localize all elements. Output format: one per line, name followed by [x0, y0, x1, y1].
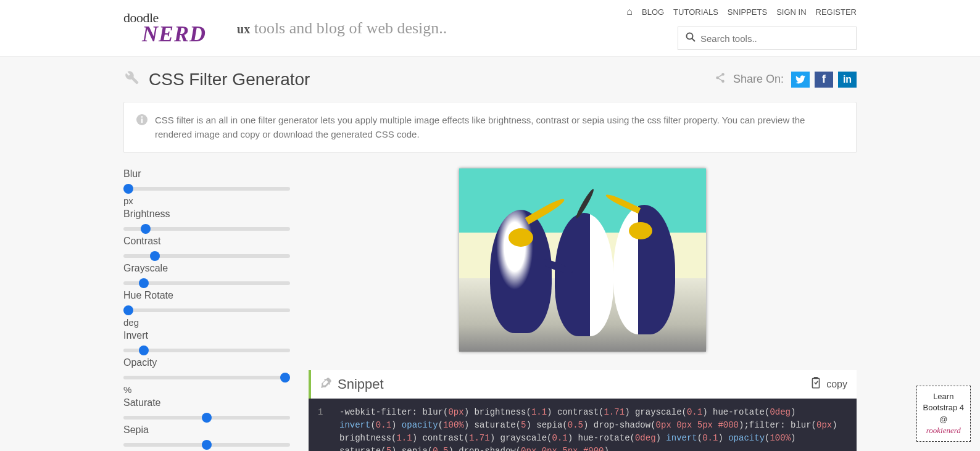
- promo-l2: Bootstrap 4: [923, 402, 965, 413]
- info-icon: [136, 114, 147, 141]
- saturate-slider[interactable]: [123, 416, 290, 420]
- svg-line-5: [717, 74, 723, 78]
- svg-line-1: [692, 39, 696, 42]
- tagline-prefix: ux: [237, 22, 250, 36]
- invert-slider[interactable]: [123, 349, 290, 352]
- ctrl-saturate: Saturate: [123, 397, 290, 423]
- dropper-icon: [320, 376, 331, 392]
- contrast-label: Contrast: [123, 236, 290, 247]
- snippet-title: Snippet: [338, 376, 384, 392]
- penguin-3: [613, 205, 675, 334]
- blur-unit: px: [123, 196, 290, 206]
- facebook-button[interactable]: f: [815, 72, 833, 88]
- tagline-rest: tools and blog of web design..: [250, 19, 447, 37]
- grayscale-label: Grayscale: [123, 263, 290, 274]
- wrench-icon: [123, 69, 139, 89]
- brightness-slider[interactable]: [123, 227, 290, 231]
- ctrl-contrast: Contrast: [123, 236, 290, 262]
- line-num: 1: [318, 406, 323, 419]
- nav-signin[interactable]: SIGN IN: [776, 7, 806, 17]
- page-title: CSS Filter Generator: [149, 70, 310, 89]
- penguin-1: [490, 210, 552, 333]
- header: doodle NERD ux tools and blog of web des…: [0, 0, 980, 57]
- opacity-slider[interactable]: [123, 376, 290, 379]
- twitter-button[interactable]: [791, 72, 810, 88]
- nav-blog[interactable]: BLOG: [642, 7, 664, 17]
- ctrl-grayscale: Grayscale: [123, 263, 290, 289]
- nav: ⌂ BLOG TUTORIALS SNIPPETS SIGN IN REGIST…: [626, 6, 857, 50]
- snippet-title-wrap: Snippet: [320, 376, 384, 392]
- share: Share On: f in: [715, 72, 857, 88]
- invert-label: Invert: [123, 330, 290, 341]
- ctrl-blur: Blur px: [123, 168, 290, 206]
- linkedin-button[interactable]: in: [838, 72, 857, 88]
- main: CSS Filter Generator Share On: f in CSS …: [0, 57, 980, 451]
- nav-tutorials[interactable]: TUTORIALS: [673, 7, 718, 17]
- ctrl-hue: Hue Rotate deg: [123, 290, 290, 328]
- code-text: -webkit-filter: blur(0px) brightness(1.1…: [339, 406, 847, 451]
- hue-unit: deg: [123, 317, 290, 328]
- promo-l3: @: [923, 414, 965, 425]
- nav-snippets[interactable]: SNIPPETS: [728, 7, 767, 17]
- nav-register[interactable]: REGISTER: [816, 7, 857, 17]
- svg-rect-11: [814, 377, 818, 379]
- copy-label: copy: [826, 379, 847, 390]
- info-box: CSS filter is an all in one filter gener…: [123, 102, 857, 153]
- page-head: CSS Filter Generator Share On: f in: [123, 69, 857, 89]
- share-label: Share On:: [733, 73, 784, 86]
- svg-point-8: [141, 116, 143, 118]
- info-text: CSS filter is an all in one filter gener…: [155, 114, 844, 141]
- search-input[interactable]: [700, 33, 849, 44]
- saturate-label: Saturate: [123, 397, 290, 408]
- tagline: ux tools and blog of web design..: [237, 19, 447, 38]
- ctrl-opacity: Opacity %: [123, 357, 290, 395]
- nav-links: ⌂ BLOG TUTORIALS SNIPPETS SIGN IN REGIST…: [626, 6, 857, 17]
- brightness-label: Brightness: [123, 209, 290, 220]
- clipboard-icon: [810, 377, 821, 392]
- hue-slider[interactable]: [123, 308, 290, 312]
- preview-image: [459, 168, 706, 352]
- logo[interactable]: doodle NERD: [123, 10, 206, 47]
- blur-label: Blur: [123, 168, 290, 180]
- promo-brand: rookienerd: [923, 425, 965, 436]
- opacity-unit: %: [123, 384, 290, 395]
- social: f in: [791, 72, 857, 88]
- hue-label: Hue Rotate: [123, 290, 290, 301]
- svg-point-0: [687, 33, 693, 39]
- logo-bottom: NERD: [142, 21, 206, 47]
- contrast-slider[interactable]: [123, 254, 290, 258]
- page-title-wrap: CSS Filter Generator: [123, 69, 310, 89]
- promo-l1: Learn: [923, 391, 965, 402]
- home-icon[interactable]: ⌂: [626, 6, 633, 17]
- blur-slider[interactable]: [123, 187, 290, 191]
- controls: Blur px Brightness Contrast Grayscale Hu…: [123, 168, 290, 451]
- promo-box[interactable]: Learn Bootstrap 4 @ rookienerd: [916, 386, 971, 442]
- penguin-2: [555, 213, 613, 336]
- sepia-slider[interactable]: [123, 443, 290, 447]
- search-box[interactable]: [678, 27, 857, 50]
- snippet-head: Snippet copy: [309, 370, 857, 399]
- share-icon: [715, 72, 726, 86]
- content: Blur px Brightness Contrast Grayscale Hu…: [123, 168, 857, 451]
- opacity-label: Opacity: [123, 357, 290, 368]
- svg-line-6: [717, 78, 723, 81]
- ctrl-invert: Invert: [123, 330, 290, 356]
- ctrl-sepia: Sepia: [123, 424, 290, 450]
- code-block[interactable]: 1 -webkit-filter: blur(0px) brightness(1…: [309, 399, 857, 451]
- ctrl-brightness: Brightness: [123, 209, 290, 234]
- preview-col: Snippet copy 1 -webkit-filter: blur(0px)…: [309, 168, 857, 451]
- search-icon: [686, 32, 696, 44]
- sepia-label: Sepia: [123, 424, 290, 436]
- grayscale-slider[interactable]: [123, 281, 290, 285]
- svg-rect-9: [141, 118, 143, 123]
- copy-button[interactable]: copy: [810, 377, 847, 392]
